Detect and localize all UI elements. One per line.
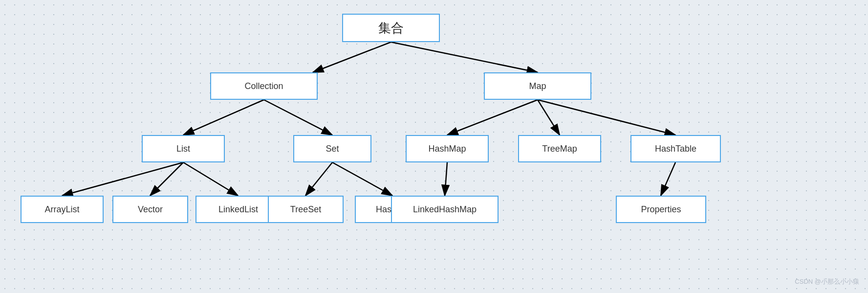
node-hashmap: HashMap (406, 135, 489, 162)
svg-line-4 (447, 100, 538, 135)
svg-line-13 (661, 162, 675, 196)
node-collection: Collection (210, 72, 318, 100)
node-hashtable: HashTable (630, 135, 721, 162)
node-treemap: TreeMap (518, 135, 601, 162)
node-list: List (142, 135, 225, 162)
node-set: Set (293, 135, 371, 162)
watermark: CSDN @小那么小小猿 (795, 277, 859, 286)
svg-line-6 (538, 100, 675, 135)
svg-line-10 (305, 162, 332, 196)
svg-line-12 (445, 162, 447, 196)
node-linkedhashmap: LinkedHashMap (391, 196, 499, 223)
svg-line-1 (391, 42, 538, 72)
node-map: Map (484, 72, 591, 100)
node-root: 集合 (342, 14, 440, 42)
svg-line-0 (313, 42, 391, 72)
svg-line-2 (183, 100, 264, 135)
svg-line-5 (538, 100, 560, 135)
diagram-container: 集合 Collection Map List Set HashMap TreeM… (0, 0, 868, 293)
node-vector: Vector (112, 196, 188, 223)
node-treeset: TreeSet (268, 196, 344, 223)
svg-line-7 (62, 162, 183, 196)
svg-line-3 (264, 100, 332, 135)
svg-line-9 (183, 162, 238, 196)
node-arraylist: ArrayList (21, 196, 104, 223)
node-properties: Properties (616, 196, 706, 223)
svg-line-11 (332, 162, 392, 196)
svg-line-8 (150, 162, 183, 196)
